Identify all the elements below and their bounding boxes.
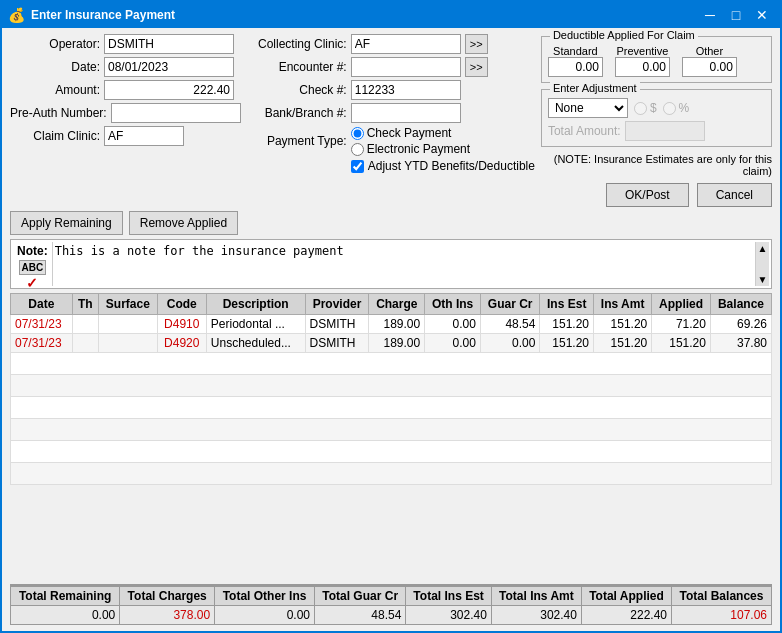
data-table-section: Date Th Surface Code Description Provide… [10, 293, 772, 580]
note-scrollbar[interactable]: ▲ ▼ [755, 242, 769, 286]
operator-input[interactable] [104, 34, 234, 54]
window-icon: 💰 [8, 7, 25, 23]
table-row-empty [11, 353, 772, 375]
footer-total-guar-cr-label: Total Guar Cr [315, 587, 406, 606]
encounter-arrow[interactable]: >> [465, 57, 488, 77]
standard-input[interactable] [548, 57, 603, 77]
cell-description: Unscheduled... [206, 334, 305, 353]
claim-clinic-input[interactable] [104, 126, 184, 146]
footer-total-applied-value: 222.40 [581, 606, 671, 625]
preauth-row: Pre-Auth Number: [10, 103, 241, 123]
close-button[interactable]: ✕ [750, 5, 774, 25]
footer-values-row: 0.00 378.00 0.00 48.54 302.40 302.40 222… [11, 606, 772, 625]
percent-radio-option[interactable]: % [663, 101, 690, 115]
cell-balance: 37.80 [710, 334, 771, 353]
adjust-ytd-checkbox[interactable] [351, 160, 364, 173]
maximize-button[interactable]: □ [724, 5, 748, 25]
main-window: 💰 Enter Insurance Payment ─ □ ✕ Operator… [0, 0, 782, 633]
cell-provider: DSMITH [305, 315, 369, 334]
standard-label: Standard [548, 45, 603, 57]
cell-th [72, 315, 98, 334]
total-amount-row: Total Amount: [548, 121, 765, 141]
adjustment-select[interactable]: None Writeoff Discount [548, 98, 628, 118]
scrollbar-down-arrow[interactable]: ▼ [758, 274, 768, 285]
date-input[interactable] [104, 57, 234, 77]
table-header: Date Th Surface Code Description Provide… [11, 294, 772, 315]
apply-remaining-button[interactable]: Apply Remaining [10, 211, 123, 235]
data-table-container[interactable]: Date Th Surface Code Description Provide… [10, 293, 772, 580]
percent-radio[interactable] [663, 102, 676, 115]
bank-label: Bank/Branch #: [247, 106, 347, 120]
table-row-empty [11, 397, 772, 419]
cell-oth-ins: 0.00 [425, 315, 481, 334]
payment-type-row: Payment Type: Check Payment Electronic P… [247, 126, 535, 156]
minimize-button[interactable]: ─ [698, 5, 722, 25]
dollar-radio[interactable] [634, 102, 647, 115]
footer-total-guar-cr-value: 48.54 [315, 606, 406, 625]
col-charge: Charge [369, 294, 425, 315]
footer-total-applied-label: Total Applied [581, 587, 671, 606]
cell-ins-amt: 151.20 [594, 334, 652, 353]
main-table: Date Th Surface Code Description Provide… [10, 293, 772, 485]
main-content: Operator: Date: Amount: Pre-Auth Number:… [2, 28, 780, 631]
col-oth-ins: Oth Ins [425, 294, 481, 315]
check-label: Check #: [247, 83, 347, 97]
electronic-payment-label: Electronic Payment [367, 142, 470, 156]
table-row-empty [11, 463, 772, 485]
table-row[interactable]: 07/31/23 D4910 Periodontal ... DSMITH 18… [11, 315, 772, 334]
other-input[interactable] [682, 57, 737, 77]
electronic-payment-radio[interactable] [351, 143, 364, 156]
cell-date: 07/31/23 [11, 334, 73, 353]
preventive-input[interactable] [615, 57, 670, 77]
table-row[interactable]: 07/31/23 D4920 Unscheduled... DSMITH 189… [11, 334, 772, 353]
col-surface: Surface [98, 294, 157, 315]
check-payment-radio[interactable] [351, 127, 364, 140]
adjust-ytd-option[interactable]: Adjust YTD Benefits/Deductible [351, 159, 535, 173]
col-th: Th [72, 294, 98, 315]
cell-ins-est: 151.20 [540, 334, 594, 353]
collecting-clinic-input[interactable] [351, 34, 461, 54]
dollar-radio-option[interactable]: $ [634, 101, 657, 115]
ok-post-button[interactable]: OK/Post [606, 183, 689, 207]
col-ins-amt: Ins Amt [594, 294, 652, 315]
titlebar: 💰 Enter Insurance Payment ─ □ ✕ [2, 2, 780, 28]
cell-date: 07/31/23 [11, 315, 73, 334]
electronic-payment-option[interactable]: Electronic Payment [351, 142, 470, 156]
note-textarea[interactable]: This is a note for the insurance payment [53, 242, 755, 286]
check-input[interactable] [351, 80, 461, 100]
check-payment-option[interactable]: Check Payment [351, 126, 470, 140]
cell-code: D4910 [157, 315, 206, 334]
adjust-ytd-label: Adjust YTD Benefits/Deductible [368, 159, 535, 173]
scrollbar-up-arrow[interactable]: ▲ [758, 243, 768, 254]
total-amount-label: Total Amount: [548, 124, 621, 138]
footer-total-ins-amt-label: Total Ins Amt [491, 587, 581, 606]
encounter-input[interactable] [351, 57, 461, 77]
adjustment-box: Enter Adjustment None Writeoff Discount … [541, 89, 772, 147]
collecting-clinic-label: Collecting Clinic: [247, 37, 347, 51]
cell-code: D4920 [157, 334, 206, 353]
abc-icon[interactable]: ABC [19, 260, 47, 275]
amount-row: Amount: [10, 80, 241, 100]
operator-row: Operator: [10, 34, 241, 54]
bank-row: Bank/Branch #: [247, 103, 535, 123]
cell-charge: 189.00 [369, 315, 425, 334]
footer-total-ins-est-label: Total Ins Est [406, 587, 492, 606]
cell-charge: 189.00 [369, 334, 425, 353]
cancel-button[interactable]: Cancel [697, 183, 772, 207]
top-section: Operator: Date: Amount: Pre-Auth Number:… [10, 34, 772, 207]
check-row: Check #: [247, 80, 535, 100]
deductible-labels: Standard Preventive Other [548, 45, 765, 57]
footer-body: 0.00 378.00 0.00 48.54 302.40 302.40 222… [11, 606, 772, 625]
col-guar-cr: Guar Cr [480, 294, 539, 315]
amount-input[interactable] [104, 80, 234, 100]
table-row-empty [11, 441, 772, 463]
claim-clinic-row: Claim Clinic: [10, 126, 241, 146]
date-row: Date: [10, 57, 241, 77]
footer-total-charges-label: Total Charges [120, 587, 215, 606]
collecting-clinic-arrow[interactable]: >> [465, 34, 488, 54]
remove-applied-button[interactable]: Remove Applied [129, 211, 238, 235]
preauth-input[interactable] [111, 103, 241, 123]
date-label: Date: [10, 60, 100, 74]
bank-input[interactable] [351, 103, 461, 123]
cell-ins-est: 151.20 [540, 315, 594, 334]
